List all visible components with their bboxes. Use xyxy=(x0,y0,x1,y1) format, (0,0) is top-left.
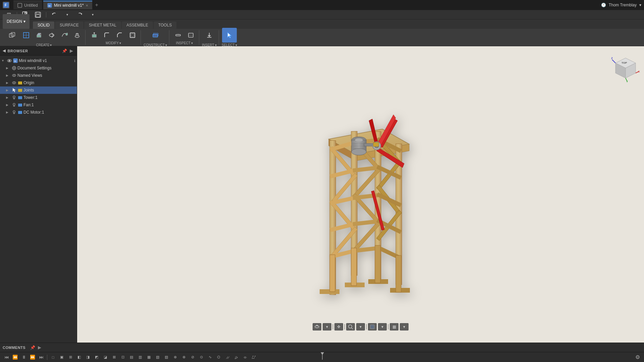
create-sketch-btn[interactable] xyxy=(20,30,32,41)
orbit-btn[interactable] xyxy=(313,323,321,330)
modify-group: MODIFY ▾ xyxy=(86,30,141,45)
origin-expand[interactable]: ▶ xyxy=(6,81,11,84)
timeline-btn-10[interactable]: ▤ xyxy=(128,354,135,361)
svg-point-49 xyxy=(13,82,15,83)
tab-untitled[interactable]: Untitled xyxy=(13,1,42,9)
timeline-btn-4[interactable]: ◧ xyxy=(75,354,83,361)
timeline-btn-8[interactable]: ⊠ xyxy=(110,354,118,361)
browser-item-named-views[interactable]: ▶ Named Views xyxy=(0,72,77,79)
pan-btn[interactable]: ✥ xyxy=(334,323,343,330)
named-views-expand[interactable]: ▶ xyxy=(6,74,11,77)
browser-pin-btn[interactable]: 📌 xyxy=(62,48,67,54)
tab-mini-windmill[interactable]: w Mini windmill v1* ✕ xyxy=(43,1,93,9)
timeline-btn-20[interactable]: ⌬ xyxy=(215,354,222,361)
fillet-btn[interactable] xyxy=(101,30,113,41)
select-btn[interactable] xyxy=(222,28,237,43)
dc-motor1-component-icon xyxy=(17,110,23,115)
dc-motor1-expand[interactable]: ▶ xyxy=(6,111,11,114)
browser-item-fan1[interactable]: ▶ Fan:1 xyxy=(0,101,77,109)
tower1-expand[interactable]: ▶ xyxy=(6,96,11,99)
browser-item-dc-motor1[interactable]: ▶ DC Motor:1 xyxy=(0,109,77,116)
view-cube[interactable]: TOP X Y Z xyxy=(610,53,637,80)
browser-expand-btn[interactable]: ▶ xyxy=(69,48,74,54)
press-pull-btn[interactable] xyxy=(88,30,100,41)
display-style-dropdown-btn[interactable]: ▾ xyxy=(378,323,387,330)
close-tab-btn[interactable]: ✕ xyxy=(86,4,88,7)
add-tab-btn[interactable]: + xyxy=(94,2,99,8)
browser-root[interactable]: ▼ w Mini windmill v1 ℹ xyxy=(0,57,77,64)
svg-rect-16 xyxy=(37,35,41,37)
measure-btn[interactable] xyxy=(172,30,184,41)
root-expand-arrow[interactable]: ▼ xyxy=(1,59,6,62)
comments-expand-btn[interactable]: ▶ xyxy=(37,345,42,350)
timeline-btn-15[interactable]: ⊕ xyxy=(171,354,179,361)
timeline-btn-17[interactable]: ⊘ xyxy=(189,354,196,361)
play-prev-btn[interactable]: ⏪ xyxy=(11,354,19,361)
timeline-btn-2[interactable]: ▣ xyxy=(58,354,65,361)
doc-settings-expand[interactable]: ▶ xyxy=(6,66,11,70)
chamfer-btn[interactable] xyxy=(114,30,126,41)
browser-item-joints[interactable]: ▶ Joints xyxy=(0,86,77,94)
sweep-btn[interactable] xyxy=(58,30,70,41)
timeline-btn-14[interactable]: ▨ xyxy=(163,354,170,361)
tab-sheet-metal[interactable]: SHEET METAL xyxy=(84,21,121,29)
timeline-btn-1[interactable]: □ xyxy=(49,354,57,361)
effects-btn[interactable]: ▦ xyxy=(390,323,398,330)
extrude-btn[interactable] xyxy=(33,30,45,41)
timeline-btn-5[interactable]: ◨ xyxy=(84,354,92,361)
timeline-btn-23[interactable]: ⌯ xyxy=(241,354,249,361)
design-dropdown-btn[interactable]: DESIGN ▾ xyxy=(3,14,30,29)
modify-arrow[interactable]: ▾ xyxy=(119,41,121,45)
new-component-btn[interactable] xyxy=(5,28,19,43)
timeline-btn-9[interactable]: ⊡ xyxy=(119,354,126,361)
browser-collapse-btn[interactable]: ◀ xyxy=(3,49,6,53)
shell-btn[interactable] xyxy=(126,30,139,41)
user-dropdown-arrow[interactable]: ▾ xyxy=(639,3,641,7)
browser-item-document-settings[interactable]: ▶ Document Settings xyxy=(0,64,77,72)
timeline-btn-3[interactable]: ⊞ xyxy=(67,354,74,361)
display-style-btn[interactable] xyxy=(368,323,377,330)
timeline-btn-13[interactable]: ▧ xyxy=(154,354,161,361)
play-pause-btn[interactable]: ⏸ xyxy=(20,354,28,361)
revolve-btn[interactable] xyxy=(46,30,58,41)
timeline-btn-11[interactable]: ▥ xyxy=(137,354,144,361)
timeline-btn-7[interactable]: ◪ xyxy=(102,354,109,361)
viewport[interactable]: TOP X Y Z ▾ ✥ ▾ xyxy=(77,46,644,343)
redo-btn[interactable] xyxy=(74,9,86,20)
inspect-arrow[interactable]: ▾ xyxy=(191,41,193,45)
zoom-box-btn[interactable] xyxy=(346,323,355,330)
fan1-expand[interactable]: ▶ xyxy=(6,103,11,107)
joints-folder-icon xyxy=(17,87,23,93)
create-group: CREATE ▾ xyxy=(3,30,86,45)
insert-btn[interactable] xyxy=(202,28,217,43)
zoom-dropdown-btn[interactable]: ▾ xyxy=(356,323,365,330)
play-last-btn[interactable]: ⏭ xyxy=(38,354,45,361)
loft-btn[interactable] xyxy=(71,30,83,41)
comments-pin-btn[interactable]: 📌 xyxy=(30,345,36,350)
section-analysis-btn[interactable] xyxy=(185,30,197,41)
effects-dropdown-btn[interactable]: ▾ xyxy=(400,323,409,330)
redo-dropdown-btn[interactable]: ▾ xyxy=(87,9,99,20)
timeline-btn-21[interactable]: ⌭ xyxy=(224,354,231,361)
undo-dropdown-btn[interactable]: ▾ xyxy=(61,9,73,20)
joints-expand[interactable]: ▶ xyxy=(6,88,11,92)
timeline-btn-24[interactable]: ⌰ xyxy=(250,354,257,361)
timeline-btn-18[interactable]: ⊙ xyxy=(198,354,205,361)
svg-rect-104 xyxy=(330,255,335,292)
svg-line-130 xyxy=(612,60,615,63)
play-first-btn[interactable]: ⏮ xyxy=(3,354,10,361)
offset-plane-btn[interactable] xyxy=(148,28,163,43)
svg-rect-105 xyxy=(351,248,357,286)
timeline-btn-12[interactable]: ▦ xyxy=(145,354,153,361)
browser-item-tower1[interactable]: ▶ Tower:1 xyxy=(0,94,77,101)
timeline-btn-6[interactable]: ◩ xyxy=(93,354,100,361)
settings-gear-btn[interactable]: ⚙ xyxy=(634,354,641,361)
play-next-btn[interactable]: ⏩ xyxy=(29,354,36,361)
timeline-btn-19[interactable]: ∿ xyxy=(206,354,214,361)
timeline-btn-22[interactable]: ⌮ xyxy=(232,354,240,361)
save-btn[interactable] xyxy=(32,9,44,20)
browser-item-origin[interactable]: ▶ Origin xyxy=(0,79,77,86)
undo-btn[interactable] xyxy=(48,9,60,20)
orbit-dropdown-btn[interactable]: ▾ xyxy=(323,323,331,330)
timeline-btn-16[interactable]: ⊗ xyxy=(180,354,187,361)
